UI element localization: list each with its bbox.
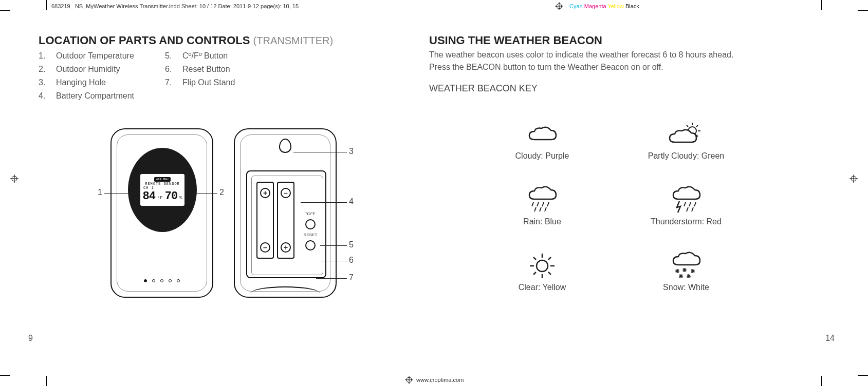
yellow-label: Yellow xyxy=(607,3,623,9)
svg-line-27 xyxy=(545,207,546,211)
humidity-value: 70 xyxy=(165,190,177,203)
callout-1: 1 xyxy=(98,188,102,197)
beacon-key-grid: Cloudy: Purple Partly Cloudy: Green xyxy=(481,109,809,292)
beacon-cloudy: Cloudy: Purple xyxy=(481,109,604,161)
cyan-label: Cyan xyxy=(569,3,583,9)
cf-label: °C/°F xyxy=(305,211,315,216)
minus-icon: – xyxy=(260,242,270,253)
registration-mark-icon xyxy=(10,175,19,183)
beacon-partly-cloudy: Partly Cloudy: Green xyxy=(624,109,748,161)
beacon-clear: Clear: Yellow xyxy=(481,241,604,292)
cloud-icon xyxy=(524,120,560,148)
transmitter-diagram: 433 MHz REMOTE SENSOR CH 1 84°F 70% xyxy=(75,128,362,303)
list-item: 7.Flip Out Stand xyxy=(165,78,235,87)
battery-panel: + – – + °C/°F RESET xyxy=(246,170,326,278)
svg-line-17 xyxy=(687,125,688,127)
callout-line xyxy=(104,193,136,194)
header-file-info: 683219_ NS_MyWeather Wireless Transmitte… xyxy=(51,3,299,9)
page-number-right: 14 xyxy=(825,334,835,343)
svg-line-30 xyxy=(694,202,696,206)
crop-mark xyxy=(858,375,868,376)
svg-line-28 xyxy=(684,202,686,206)
channel-label: CH 1 xyxy=(143,186,154,190)
lcd-display: 433 MHz REMOTE SENSOR CH 1 84°F 70% xyxy=(140,174,184,206)
svg-line-41 xyxy=(533,272,536,275)
side-controls: °C/°F RESET xyxy=(302,211,319,250)
beacon-label: Clear: Yellow xyxy=(519,283,566,292)
reset-label: RESET xyxy=(304,233,318,237)
callout-line xyxy=(301,202,347,203)
battery-slot: – + xyxy=(277,182,294,259)
list-item: 3.Hanging Hole xyxy=(39,78,134,87)
thunderstorm-icon xyxy=(668,186,704,214)
crop-mark xyxy=(0,10,10,11)
temp-unit: °F xyxy=(157,196,163,201)
parts-list: 1.Outdoor Temperature 2.Outdoor Humidity… xyxy=(39,51,419,101)
svg-line-26 xyxy=(540,207,541,211)
beacon-snow: Snow: White xyxy=(624,241,748,292)
hanging-hole xyxy=(279,139,291,153)
plus-icon: + xyxy=(260,188,270,198)
svg-line-32 xyxy=(692,207,693,211)
svg-line-40 xyxy=(548,257,551,260)
paragraph: The weather beacon uses color to indicat… xyxy=(429,50,809,60)
magenta-label: Magenta xyxy=(584,3,606,9)
svg-line-21 xyxy=(532,202,533,206)
minus-icon: – xyxy=(281,188,291,198)
crop-mark xyxy=(46,0,47,10)
callout-2: 2 xyxy=(219,188,224,197)
sun-icon xyxy=(527,252,558,280)
list-item: 5.Cº/Fº Button xyxy=(165,51,235,61)
partly-cloudy-icon xyxy=(666,120,707,148)
crop-mark xyxy=(46,376,47,386)
sensor-label: REMOTE SENSOR xyxy=(145,182,180,186)
svg-line-31 xyxy=(687,207,688,211)
rain-icon xyxy=(524,186,560,214)
beacon-label: Rain: Blue xyxy=(523,217,561,226)
crop-mark xyxy=(858,10,868,11)
callout-line xyxy=(316,278,347,279)
list-item: 4.Battery Compartment xyxy=(39,91,134,101)
callout-line xyxy=(320,261,347,261)
callout-4: 4 xyxy=(349,197,354,206)
plus-icon: + xyxy=(281,242,291,253)
reset-button xyxy=(305,240,316,250)
humidity-unit: % xyxy=(179,196,182,201)
title-main: LOCATION OF PARTS AND CONTROLS xyxy=(39,34,250,47)
beacon-label: Partly Cloudy: Green xyxy=(648,151,725,161)
page-title: USING THE WEATHER BEACON xyxy=(429,34,809,47)
snow-icon xyxy=(668,252,704,280)
header-color-separations: Cyan Magenta Yellow Black xyxy=(569,3,639,9)
list-item: 1.Outdoor Temperature xyxy=(39,51,134,61)
callout-line xyxy=(293,152,347,152)
paragraph: Press the BEACON button to turn the Weat… xyxy=(429,63,809,72)
svg-line-19 xyxy=(696,125,698,127)
beacon-rain: Rain: Blue xyxy=(481,175,604,226)
callout-7: 7 xyxy=(349,273,354,282)
transmitter-back: + – – + °C/°F RESET xyxy=(234,128,337,298)
freq-badge: 433 MHz xyxy=(154,177,170,182)
svg-point-33 xyxy=(537,260,548,272)
svg-line-22 xyxy=(537,202,539,206)
callout-5: 5 xyxy=(349,240,354,249)
svg-line-38 xyxy=(533,257,536,260)
registration-mark-icon xyxy=(849,175,858,183)
crop-mark xyxy=(0,375,10,376)
transmitter-front: 433 MHz REMOTE SENSOR CH 1 84°F 70% xyxy=(110,128,213,298)
crop-mark xyxy=(821,376,822,386)
beacon-label: Cloudy: Purple xyxy=(515,151,569,161)
left-page: LOCATION OF PARTS AND CONTROLS (TRANSMIT… xyxy=(39,21,419,354)
battery-slot: + – xyxy=(256,182,274,259)
callout-6: 6 xyxy=(349,256,354,265)
svg-line-39 xyxy=(548,272,551,275)
svg-line-23 xyxy=(542,202,544,206)
beacon-label: Snow: White xyxy=(663,283,709,292)
subheading: WEATHER BEACON KEY xyxy=(429,83,809,94)
sensor-face: 433 MHz REMOTE SENSOR CH 1 84°F 70% xyxy=(128,148,197,232)
svg-line-29 xyxy=(689,202,691,206)
list-item: 6.Reset Button xyxy=(165,65,235,74)
beacon-thunderstorm: Thunderstorm: Red xyxy=(624,175,748,226)
callout-3: 3 xyxy=(349,147,354,156)
page-title: LOCATION OF PARTS AND CONTROLS (TRANSMIT… xyxy=(39,34,419,47)
registration-mark-icon xyxy=(555,2,563,10)
